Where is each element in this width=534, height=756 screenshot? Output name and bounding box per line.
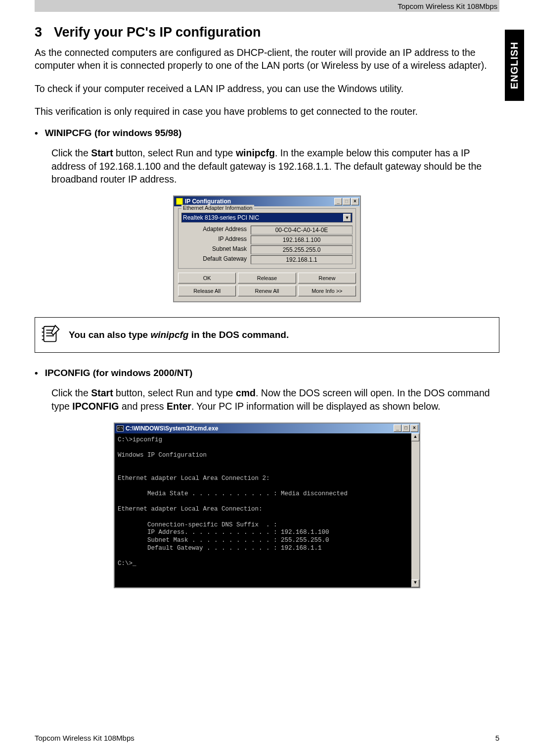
adapter-address-label: Adapter Address xyxy=(181,226,251,235)
intro-paragraph-1: As the connected computers are configure… xyxy=(35,46,499,72)
note-box: You can also type winipcfg in the DOS co… xyxy=(35,317,499,353)
page-footer: Topcom Wireless Kit 108Mbps 5 xyxy=(35,734,499,742)
ip-configuration-window: IP Configuration _ □ × Ethernet Adapter … xyxy=(173,195,361,302)
chevron-down-icon[interactable]: ▼ xyxy=(343,214,351,222)
note-text: You can also type winipcfg in the DOS co… xyxy=(69,330,289,340)
adapter-fieldset: Ethernet Adapter Information Realtek 813… xyxy=(178,208,356,269)
close-button[interactable]: × xyxy=(351,198,359,205)
default-gateway-value: 192.168.1.1 xyxy=(251,255,353,264)
section-title-text: Verify your PC's IP configuration xyxy=(54,25,261,40)
scroll-up-button[interactable]: ▲ xyxy=(411,433,419,441)
window-icon xyxy=(176,198,183,205)
release-button[interactable]: Release xyxy=(238,273,296,284)
winipcfg-heading: WINIPCFG (for windows 95/98) xyxy=(35,128,499,139)
cmd-minimize-button[interactable]: _ xyxy=(394,425,401,432)
doc-title: Topcom Wireless Kit 108Mbps xyxy=(398,2,497,10)
cmd-icon: C:\ xyxy=(117,425,124,431)
language-tab: ENGLISH xyxy=(505,30,524,101)
footer-left: Topcom Wireless Kit 108Mbps xyxy=(35,734,134,742)
subnet-mask-value: 255.255.255.0 xyxy=(251,245,353,254)
cmd-output: C:\>ipconfig Windows IP Configuration Et… xyxy=(115,433,411,588)
cmd-close-button[interactable]: × xyxy=(410,425,418,432)
ipconfig-heading: IPCONFIG (for windows 2000/NT) xyxy=(35,368,499,378)
cmd-titlebar: C:\ C:\WINDOWS\System32\cmd.exe _ □ × xyxy=(115,424,419,433)
adapter-selected: Realtek 8139-series PCI NIC xyxy=(183,214,259,221)
subnet-mask-label: Subnet Mask xyxy=(181,245,251,254)
window-title: IP Configuration xyxy=(185,198,231,205)
page-header: Topcom Wireless Kit 108Mbps xyxy=(35,0,499,12)
adapter-select[interactable]: Realtek 8139-series PCI NIC ▼ xyxy=(181,213,353,223)
section-title: 3Verify your PC's IP configuration xyxy=(35,25,499,40)
scroll-down-button[interactable]: ▼ xyxy=(411,579,419,587)
release-all-button[interactable]: Release All xyxy=(178,285,236,296)
maximize-button: □ xyxy=(343,198,351,205)
page-number: 5 xyxy=(495,734,499,742)
cmd-title: C:\WINDOWS\System32\cmd.exe xyxy=(126,425,218,432)
winipcfg-paragraph: Click the Start button, select Run and t… xyxy=(51,146,499,186)
intro-paragraph-2: To check if your computer received a LAN… xyxy=(35,82,499,95)
scrollbar[interactable]: ▲ ▼ xyxy=(411,433,419,588)
section-number: 3 xyxy=(35,25,42,40)
cmd-window: C:\ C:\WINDOWS\System32\cmd.exe _ □ × C:… xyxy=(114,423,420,589)
intro-paragraph-3: This verification is only required in ca… xyxy=(35,105,499,118)
fieldset-legend: Ethernet Adapter Information xyxy=(181,205,254,211)
cmd-maximize-button[interactable]: □ xyxy=(402,425,410,432)
default-gateway-label: Default Gateway xyxy=(181,255,251,264)
ip-address-value: 192.168.1.100 xyxy=(251,236,353,244)
notebook-icon xyxy=(39,323,62,347)
scroll-track[interactable] xyxy=(411,441,419,580)
adapter-address-value: 00-C0-4C-A0-14-0E xyxy=(251,226,353,235)
renew-all-button[interactable]: Renew All xyxy=(238,285,296,296)
minimize-button[interactable]: _ xyxy=(334,198,342,205)
ipconfig-paragraph: Click the Start button, select Run and t… xyxy=(51,386,499,413)
more-info-button[interactable]: More Info >> xyxy=(298,285,356,296)
ip-address-label: IP Address xyxy=(181,236,251,244)
renew-button[interactable]: Renew xyxy=(298,273,356,284)
ok-button[interactable]: OK xyxy=(178,273,236,284)
